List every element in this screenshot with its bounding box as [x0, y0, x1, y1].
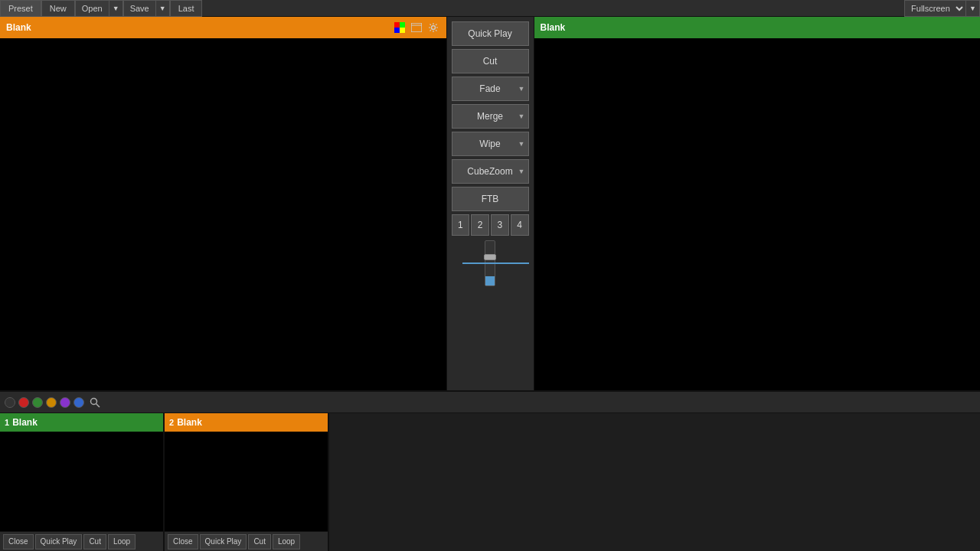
num-1-button[interactable]: 1 [452, 214, 470, 236]
preset-button[interactable]: Preset [0, 0, 41, 17]
svg-rect-2 [394, 28, 400, 33]
number-buttons: 1 2 3 4 [452, 214, 529, 236]
transition-slider[interactable] [452, 240, 529, 286]
clip-1-preview [0, 432, 163, 531]
fade-button[interactable]: Fade ▼ [452, 77, 529, 101]
clip-1-close-button[interactable]: Close [3, 534, 34, 549]
window-icon[interactable] [410, 21, 423, 34]
last-button[interactable]: Last [170, 0, 203, 17]
main-area: Blank [0, 17, 980, 390]
color-dot-red[interactable] [18, 397, 29, 408]
clip-2-header: 2 Blank [165, 413, 328, 432]
open-dropdown: Open ▼ [75, 0, 123, 17]
clip-1-footer: Close Quick Play Cut Loop [0, 531, 163, 551]
clip-2: 2 Blank Close Quick Play Cut Loop [165, 413, 329, 551]
controls-panel: Quick Play Cut Fade ▼ Merge ▼ Wipe ▼ Cub… [446, 17, 534, 390]
color-dot-green[interactable] [32, 397, 43, 408]
new-button[interactable]: New [41, 0, 75, 17]
clip-2-quickplay-button[interactable]: Quick Play [200, 534, 247, 549]
num-2-button[interactable]: 2 [471, 214, 489, 236]
color-dot-orange[interactable] [46, 397, 57, 408]
open-arrow[interactable]: ▼ [109, 0, 123, 17]
clip-2-preview [165, 432, 328, 531]
left-preview: Blank [0, 17, 446, 390]
left-preview-header: Blank [0, 17, 446, 38]
ftb-button[interactable]: FTB [452, 187, 529, 211]
svg-point-7 [91, 398, 97, 404]
clip-1-cut-button[interactable]: Cut [83, 534, 106, 549]
clip-1-quickplay-button[interactable]: Quick Play [35, 534, 83, 549]
left-preview-black [0, 38, 446, 390]
clip-2-number: 2 [169, 418, 174, 427]
color-dot-blue[interactable] [74, 397, 84, 408]
svg-rect-0 [394, 22, 400, 28]
num-4-button[interactable]: 4 [511, 214, 529, 236]
right-preview: Blank [534, 17, 981, 390]
svg-rect-1 [400, 22, 405, 28]
cubezoom-arrow: ▼ [518, 168, 525, 175]
clips-area: 1 Blank Close Quick Play Cut Loop 2 Blan… [0, 413, 980, 551]
cut-button[interactable]: Cut [452, 49, 529, 73]
clip-1-loop-button[interactable]: Loop [108, 534, 136, 549]
search-button[interactable] [87, 395, 103, 410]
fullscreen-select[interactable]: Fullscreen [904, 0, 966, 17]
merge-button[interactable]: Merge ▼ [452, 104, 529, 129]
right-preview-title: Blank [541, 22, 566, 33]
color-dot-gray[interactable] [5, 397, 15, 408]
save-dropdown: Save ▼ [123, 0, 170, 17]
save-button[interactable]: Save [123, 0, 155, 17]
preview-icons [393, 21, 440, 34]
quick-play-button[interactable]: Quick Play [452, 21, 529, 46]
wipe-arrow: ▼ [518, 140, 525, 148]
color-icon[interactable] [393, 21, 407, 34]
right-preview-header: Blank [534, 17, 981, 38]
settings-icon[interactable] [426, 21, 440, 34]
clip-1-header: 1 Blank [0, 413, 163, 432]
clip-2-close-button[interactable]: Close [168, 534, 198, 549]
clip-2-title: Blank [177, 417, 202, 428]
clip-2-cut-button[interactable]: Cut [248, 534, 271, 549]
slider-line [462, 262, 529, 264]
clip-1-title: Blank [12, 417, 38, 428]
svg-point-6 [431, 26, 435, 30]
num-3-button[interactable]: 3 [491, 214, 509, 236]
color-bar [0, 392, 980, 413]
color-dot-purple[interactable] [60, 397, 70, 408]
fade-arrow: ▼ [518, 85, 525, 93]
open-button[interactable]: Open [75, 0, 109, 17]
save-arrow[interactable]: ▼ [155, 0, 170, 17]
right-preview-black [534, 38, 981, 390]
slider-fill [485, 276, 495, 285]
bottom-area: 1 Blank Close Quick Play Cut Loop 2 Blan… [0, 390, 980, 551]
left-preview-title: Blank [6, 22, 31, 33]
merge-arrow: ▼ [518, 112, 525, 120]
svg-rect-3 [400, 28, 405, 33]
clip-1: 1 Blank Close Quick Play Cut Loop [0, 413, 165, 551]
fullscreen-arrow[interactable]: ▼ [966, 0, 980, 17]
clip-1-number: 1 [5, 418, 9, 427]
clip-2-loop-button[interactable]: Loop [273, 534, 300, 549]
slider-handle[interactable] [484, 254, 496, 260]
cubezoom-button[interactable]: CubeZoom ▼ [452, 159, 529, 184]
svg-rect-4 [411, 23, 422, 32]
top-toolbar: Preset New Open ▼ Save ▼ Last Fullscreen… [0, 0, 980, 17]
wipe-button[interactable]: Wipe ▼ [452, 132, 529, 156]
clip-2-footer: Close Quick Play Cut Loop [165, 531, 328, 551]
svg-line-8 [96, 403, 100, 407]
